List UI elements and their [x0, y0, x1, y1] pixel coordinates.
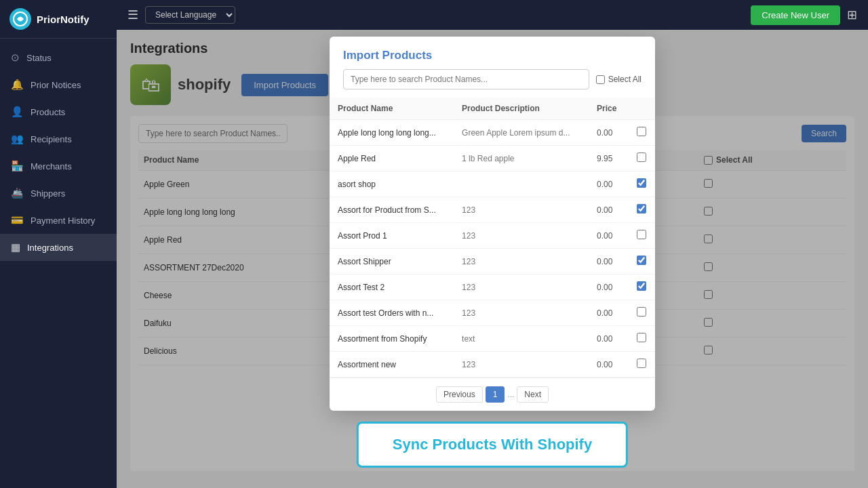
modal-product-price: 9.95 — [589, 146, 628, 171]
modal-product-desc: 123 — [454, 223, 589, 249]
modal-product-check-cell — [628, 223, 655, 249]
sidebar-logo: PriorNotify — [0, 0, 117, 39]
modal-product-price: 0.00 — [589, 223, 628, 249]
modal-row-checkbox[interactable] — [637, 307, 646, 317]
modal-product-check-cell — [628, 249, 655, 274]
modal-row-checkbox[interactable] — [637, 256, 646, 265]
modal-row-checkbox[interactable] — [637, 152, 646, 162]
grid-icon[interactable]: ⊞ — [847, 7, 857, 22]
modal-product-name: Apple long long long long... — [330, 120, 454, 146]
modal-table-row: Assortment new 123 0.00 — [330, 352, 655, 378]
sidebar-item-payment-history[interactable]: 💳 Payment History — [0, 207, 117, 234]
sync-products-button[interactable]: Sync Products With Shopify — [357, 422, 628, 468]
modal-table-row: Assort Test 2 123 0.00 — [330, 274, 655, 300]
page-1-button[interactable]: 1 — [486, 386, 505, 403]
sidebar-item-label-prior-notices: Prior Notices — [31, 80, 81, 90]
create-new-user-button[interactable]: Create New User — [751, 5, 840, 25]
modal-table-row: Assort for Product from S... 123 0.00 — [330, 197, 655, 223]
modal-product-name: Assort Prod 1 — [330, 223, 454, 249]
modal-select-all-label[interactable]: Select All — [596, 75, 642, 84]
modal-table-row: Assort Prod 1 123 0.00 — [330, 223, 655, 249]
modal-product-name: Assortment new — [330, 352, 454, 378]
modal-table-row: asort shop 0.00 — [330, 171, 655, 197]
modal-row-checkbox[interactable] — [637, 204, 646, 214]
topbar-right: Create New User ⊞ — [751, 5, 857, 25]
topbar: ☰ Select Language Create New User ⊞ — [117, 0, 868, 30]
modal-table-row: Apple Red 1 lb Red apple 9.95 — [330, 146, 655, 171]
prior-notices-icon: 🔔 — [11, 79, 24, 91]
sidebar-item-prior-notices[interactable]: 🔔 Prior Notices — [0, 71, 117, 98]
modal-row-checkbox[interactable] — [637, 333, 646, 342]
modal-product-desc — [454, 171, 589, 197]
modal-product-price: 0.00 — [589, 274, 628, 300]
modal-product-check-cell — [628, 146, 655, 171]
modal-product-price: 0.00 — [589, 197, 628, 223]
modal-table-row: Assort Shipper 123 0.00 — [330, 249, 655, 274]
modal-table-row: Assortment from Shopify text 0.00 — [330, 326, 655, 352]
modal-product-price: 0.00 — [589, 352, 628, 378]
modal-row-checkbox[interactable] — [637, 281, 646, 291]
sidebar-item-merchants[interactable]: 🏪 Merchants — [0, 152, 117, 180]
next-page-button[interactable]: Next — [517, 386, 549, 403]
modal-product-name: Assort Shipper — [330, 249, 454, 274]
shippers-icon: 🚢 — [11, 187, 24, 199]
modal-product-price: 0.00 — [589, 171, 628, 197]
modal-product-name: Assort test Orders with n... — [330, 300, 454, 326]
payment-history-icon: 💳 — [11, 214, 24, 226]
sidebar-item-integrations[interactable]: ▦ Integrations — [0, 234, 117, 261]
sidebar-item-label-status: Status — [26, 53, 52, 63]
modal-search-row: Select All — [330, 69, 655, 98]
modal-search-input[interactable] — [343, 69, 589, 89]
hamburger-icon[interactable]: ☰ — [127, 7, 138, 22]
sidebar-item-products[interactable]: 👤 Products — [0, 98, 117, 125]
main-content: ☰ Select Language Create New User ⊞ Inte… — [117, 0, 868, 488]
sidebar-item-recipients[interactable]: 👥 Recipients — [0, 125, 117, 152]
modal-pagination: Previous 1 ... Next — [330, 378, 655, 411]
topbar-left: ☰ Select Language — [127, 6, 235, 24]
sidebar-nav: ⊙ Status 🔔 Prior Notices 👤 Products 👥 Re… — [0, 39, 117, 488]
sidebar-item-status[interactable]: ⊙ Status — [0, 44, 117, 71]
modal-product-price: 0.00 — [589, 300, 628, 326]
prev-page-button[interactable]: Previous — [436, 386, 483, 403]
integrations-icon: ▦ — [11, 241, 20, 253]
modal-product-name: Assortment from Shopify — [330, 326, 454, 352]
page-body: Integrations 🛍 shopify Import Products S… — [117, 30, 868, 488]
modal-product-check-cell — [628, 274, 655, 300]
modal-table: Product Name Product Description Price A… — [330, 98, 655, 378]
modal-product-name: Assort Test 2 — [330, 274, 454, 300]
modal-col-product-name: Product Name — [330, 98, 454, 120]
modal-product-desc: Green Apple Lorem ipsum d... — [454, 120, 589, 146]
modal-product-name: asort shop — [330, 171, 454, 197]
modal-col-product-desc: Product Description — [454, 98, 589, 120]
sidebar-item-shippers[interactable]: 🚢 Shippers — [0, 180, 117, 207]
modal-row-checkbox[interactable] — [637, 178, 646, 188]
language-selector[interactable]: Select Language — [145, 6, 235, 24]
modal-product-check-cell — [628, 120, 655, 146]
import-products-modal: Import Products Select All Product Name … — [330, 37, 655, 411]
modal-table-row: Assort test Orders with n... 123 0.00 — [330, 300, 655, 326]
sidebar-item-label-merchants: Merchants — [31, 161, 72, 171]
products-icon: 👤 — [11, 106, 24, 118]
sidebar-item-label-integrations: Integrations — [27, 243, 73, 253]
modal-select-all-checkbox[interactable] — [596, 75, 605, 84]
modal-product-desc: 123 — [454, 300, 589, 326]
modal-product-price: 0.00 — [589, 120, 628, 146]
modal-product-check-cell — [628, 197, 655, 223]
modal-col-price: Price — [589, 98, 628, 120]
modal-product-name: Apple Red — [330, 146, 454, 171]
sidebar-item-label-products: Products — [31, 107, 65, 117]
modal-col-check — [628, 98, 655, 120]
modal-row-checkbox[interactable] — [637, 230, 646, 239]
modal-row-checkbox[interactable] — [637, 359, 646, 368]
modal-row-checkbox[interactable] — [637, 127, 646, 136]
modal-overlay: Import Products Select All Product Name … — [117, 30, 868, 488]
sidebar-item-label-recipients: Recipients — [31, 134, 72, 144]
modal-product-desc: 123 — [454, 197, 589, 223]
modal-product-desc: text — [454, 326, 589, 352]
modal-product-check-cell — [628, 300, 655, 326]
sidebar: PriorNotify ⊙ Status 🔔 Prior Notices 👤 P… — [0, 0, 117, 488]
modal-title: Import Products — [330, 37, 655, 69]
modal-product-price: 0.00 — [589, 249, 628, 274]
modal-table-wrap[interactable]: Product Name Product Description Price A… — [330, 98, 655, 378]
modal-product-desc: 123 — [454, 352, 589, 378]
